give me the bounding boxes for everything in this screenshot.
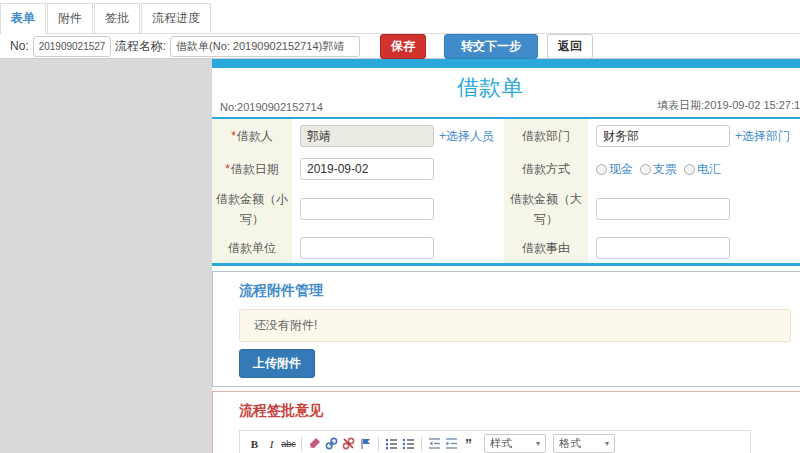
chevron-down-icon: ▾ xyxy=(536,439,540,448)
tab-approval[interactable]: 签批 xyxy=(94,3,140,33)
radio-circle-icon xyxy=(684,164,695,175)
radio-cash[interactable]: 现金 xyxy=(596,161,633,178)
amount-lower-label: 借款金额（小写） xyxy=(212,185,292,233)
radio-wire[interactable]: 电汇 xyxy=(684,161,721,178)
screen: 表单 附件 签批 流程进度 No: 流程名称: 保存 转交下一步 返回 借款单 … xyxy=(0,0,800,453)
indent-icon[interactable] xyxy=(444,435,459,453)
form-number: No:20190902152714 xyxy=(220,101,323,113)
bold-icon[interactable]: B xyxy=(247,435,262,453)
amount-upper-label: 借款金额（大写） xyxy=(504,185,588,233)
attachments-section: 流程附件管理 还没有附件! 上传附件 xyxy=(212,271,800,387)
approval-section: 流程签批意见 B I abc xyxy=(212,391,800,453)
back-button[interactable]: 返回 xyxy=(547,34,593,59)
action-toolbar: No: 流程名称: 保存 转交下一步 返回 xyxy=(0,34,800,59)
department-input[interactable] xyxy=(596,125,730,147)
loan-reason-label: 借款事由 xyxy=(504,233,588,263)
save-button[interactable]: 保存 xyxy=(380,34,426,59)
tab-form[interactable]: 表单 xyxy=(0,3,46,33)
next-step-button[interactable]: 转交下一步 xyxy=(444,34,538,59)
radio-circle-icon xyxy=(640,164,651,175)
select-department-link[interactable]: +选择部门 xyxy=(735,128,790,145)
rich-text-editor: B I abc xyxy=(239,430,751,453)
required-mark: * xyxy=(225,162,230,176)
styles-dropdown[interactable]: 样式 ▾ xyxy=(484,434,546,453)
italic-icon[interactable]: I xyxy=(264,435,279,453)
select-person-link[interactable]: +选择人员 xyxy=(439,128,494,145)
loan-unit-input[interactable] xyxy=(300,237,434,259)
no-attachments-message: 还没有附件! xyxy=(239,309,791,342)
loan-reason-input[interactable] xyxy=(596,237,730,259)
radio-check[interactable]: 支票 xyxy=(640,161,677,178)
strikethrough-icon[interactable]: abc xyxy=(281,435,296,453)
loan-form: *借款人 +选择人员 借款部门 +选择部门 *借款日期 借款方式 xyxy=(212,119,800,266)
no-label: No: xyxy=(10,39,29,53)
upload-attachment-button[interactable]: 上传附件 xyxy=(239,349,315,378)
radio-circle-icon xyxy=(596,164,607,175)
loan-unit-label: 借款单位 xyxy=(212,233,292,263)
editor-toolbar: B I abc xyxy=(240,431,750,453)
blockquote-icon[interactable]: ” xyxy=(461,435,476,453)
ordered-list-icon[interactable] xyxy=(384,435,399,453)
form-header: 借款单 No:20190902152714 填表日期:2019-09-02 15… xyxy=(212,68,800,119)
borrower-input[interactable] xyxy=(300,125,434,147)
amount-upper-input[interactable] xyxy=(596,198,730,220)
process-name-label: 流程名称: xyxy=(115,38,166,55)
borrower-label: *借款人 xyxy=(212,119,292,153)
loan-method-group: 现金 支票 电汇 xyxy=(588,153,800,185)
loan-method-label: 借款方式 xyxy=(504,153,588,185)
format-dropdown[interactable]: 格式 ▾ xyxy=(553,434,615,453)
link-icon[interactable] xyxy=(324,435,339,453)
tab-attachments[interactable]: 附件 xyxy=(47,3,93,33)
form-panel: 借款单 No:20190902152714 填表日期:2019-09-02 15… xyxy=(212,59,800,453)
top-bar: 表单 附件 签批 流程进度 No: 流程名称: 保存 转交下一步 返回 xyxy=(0,0,800,59)
amount-lower-input[interactable] xyxy=(300,198,434,220)
toolbar-separator xyxy=(301,437,302,451)
required-mark: * xyxy=(231,129,236,143)
no-input[interactable] xyxy=(33,36,111,57)
form-fill-date: 填表日期:2019-09-02 15:27:1 xyxy=(657,98,800,113)
copy-format-icon[interactable] xyxy=(307,435,322,453)
anchor-flag-icon[interactable] xyxy=(358,435,373,453)
unordered-list-icon[interactable] xyxy=(401,435,416,453)
approval-heading: 流程签批意见 xyxy=(239,402,800,420)
loan-date-label: *借款日期 xyxy=(212,153,292,185)
department-label: 借款部门 xyxy=(504,119,588,153)
toolbar-separator xyxy=(421,437,422,451)
process-name-input[interactable] xyxy=(170,36,360,57)
outdent-icon[interactable] xyxy=(427,435,442,453)
loan-date-input[interactable] xyxy=(300,158,434,180)
unlink-icon[interactable] xyxy=(341,435,356,453)
tab-bar: 表单 附件 签批 流程进度 xyxy=(0,0,800,34)
attachments-heading: 流程附件管理 xyxy=(239,282,800,300)
tab-progress[interactable]: 流程进度 xyxy=(141,3,211,33)
chevron-down-icon: ▾ xyxy=(605,439,609,448)
panel-accent-bar xyxy=(212,59,800,68)
toolbar-separator xyxy=(378,437,379,451)
